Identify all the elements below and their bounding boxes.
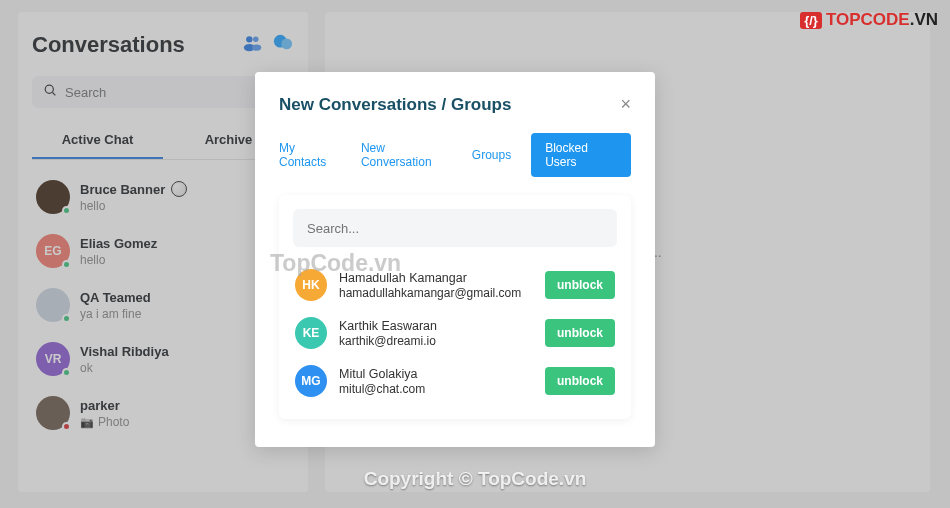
blocked-user-item: MG Mitul Golakiya mitul@chat.com unblock xyxy=(293,357,617,405)
blocked-user-info: Hamadullah Kamangar hamadullahkamangar@g… xyxy=(339,271,533,300)
blocked-user-item: KE Karthik Easwaran karthik@dreami.io un… xyxy=(293,309,617,357)
blocked-user-email: karthik@dreami.io xyxy=(339,334,533,348)
tab-groups[interactable]: Groups xyxy=(472,140,511,170)
unblock-button[interactable]: unblock xyxy=(545,271,615,299)
modal-header: New Conversations / Groups × xyxy=(279,94,631,115)
blocked-user-info: Karthik Easwaran karthik@dreami.io xyxy=(339,319,533,348)
avatar: MG xyxy=(295,365,327,397)
watermark-logo: {/} TOPCODE.VN xyxy=(800,10,938,30)
avatar: KE xyxy=(295,317,327,349)
blocked-user-item: HK Hamadullah Kamangar hamadullahkamanga… xyxy=(293,261,617,309)
avatar: HK xyxy=(295,269,327,301)
blocked-user-email: mitul@chat.com xyxy=(339,382,533,396)
blocked-user-name: Karthik Easwaran xyxy=(339,319,533,333)
code-badge-icon: {/} xyxy=(800,12,822,29)
tab-new-conversation[interactable]: New Conversation xyxy=(361,133,452,177)
modal-search[interactable] xyxy=(293,209,617,247)
modal-body: HK Hamadullah Kamangar hamadullahkamanga… xyxy=(279,195,631,419)
unblock-button[interactable]: unblock xyxy=(545,319,615,347)
modal-title: New Conversations / Groups xyxy=(279,95,511,115)
blocked-user-name: Hamadullah Kamangar xyxy=(339,271,533,285)
blocked-user-info: Mitul Golakiya mitul@chat.com xyxy=(339,367,533,396)
blocked-user-email: hamadullahkamangar@gmail.com xyxy=(339,286,533,300)
modal-tabs: My Contacts New Conversation Groups Bloc… xyxy=(279,133,631,177)
modal-search-input[interactable] xyxy=(307,221,603,236)
new-conversations-modal: New Conversations / Groups × My Contacts… xyxy=(255,72,655,447)
tab-blocked-users[interactable]: Blocked Users xyxy=(531,133,631,177)
blocked-user-name: Mitul Golakiya xyxy=(339,367,533,381)
unblock-button[interactable]: unblock xyxy=(545,367,615,395)
tab-my-contacts[interactable]: My Contacts xyxy=(279,133,341,177)
close-button[interactable]: × xyxy=(620,94,631,115)
